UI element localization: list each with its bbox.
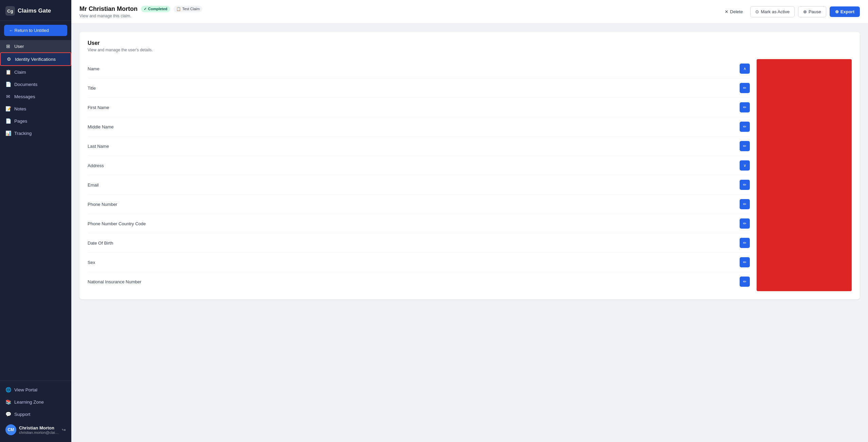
nav-label-tracking: Tracking [14, 131, 32, 136]
sidebar-item-tracking[interactable]: 📊 Tracking [0, 127, 71, 139]
nav-label-claim: Claim [14, 70, 26, 75]
claim-title: Mr Christian Morton ✓ Completed 📋 Test C… [79, 5, 202, 13]
delete-button[interactable]: ✕ Delete [721, 6, 747, 17]
export-button[interactable]: ⊕ Export [830, 6, 860, 17]
user-profile[interactable]: CM Christian Morton christian.morton@cla… [0, 420, 71, 439]
topbar-left: Mr Christian Morton ✓ Completed 📋 Test C… [79, 5, 202, 18]
sidebar-item-claim[interactable]: 📋 Claim [0, 66, 71, 78]
field-row-sex: Sex ✏ [88, 253, 750, 272]
nav-icon-notes: 📝 [5, 106, 11, 111]
card-title: User [88, 40, 852, 46]
field-row-phone-country-code: Phone Number Country Code ✏ [88, 214, 750, 233]
field-label-title: Title [88, 86, 162, 91]
user-section: Name ∧ Title ✏ First Name ✏ Middle Name … [88, 59, 852, 291]
check-icon: ✓ [144, 7, 147, 11]
field-action-national-insurance: ✏ [740, 277, 750, 287]
edit-btn-date-of-birth[interactable]: ✏ [740, 238, 750, 248]
card-subtitle: View and manage the user's details. [88, 48, 852, 52]
field-row-date-of-birth: Date Of Birth ✏ [88, 233, 750, 253]
field-action-phone-number: ✏ [740, 199, 750, 209]
nav-label-user: User [14, 44, 24, 49]
redacted-image [757, 59, 852, 291]
field-label-middle-name: Middle Name [88, 124, 162, 129]
nav-icon-learning-zone: 📚 [5, 399, 11, 405]
logo-icon: Cg [5, 6, 15, 16]
field-action-name: ∧ [740, 64, 750, 74]
field-row-last-name: Last Name ✏ [88, 137, 750, 156]
nav-label-view-portal: View Portal [14, 387, 37, 392]
edit-btn-last-name[interactable]: ✏ [740, 141, 750, 151]
edit-btn-national-insurance[interactable]: ✏ [740, 277, 750, 287]
file-icon: 📋 [176, 7, 181, 11]
mark-active-button[interactable]: ⊙ Mark as Active [750, 6, 795, 17]
logout-icon[interactable]: ↪ [62, 427, 66, 432]
nav-label-notes: Notes [14, 106, 26, 111]
expand-btn-address[interactable]: ∨ [740, 160, 750, 171]
status-badge-test: 📋 Test Claim [174, 6, 202, 12]
logo: Cg Claims Gate [0, 0, 71, 21]
topbar: Mr Christian Morton ✓ Completed 📋 Test C… [71, 0, 868, 24]
field-row-address: Address ∨ [88, 156, 750, 175]
nav-label-support: Support [14, 412, 30, 417]
sidebar-item-notes[interactable]: 📝 Notes [0, 103, 71, 115]
user-card: User View and manage the user's details.… [79, 32, 860, 299]
nav-icon-support: 💬 [5, 411, 11, 417]
user-display-email: christian.morton@claims. [19, 430, 59, 435]
field-row-name: Name ∧ [88, 59, 750, 78]
sidebar-item-identity-verifications[interactable]: ⚙ Identity Verifications [0, 52, 71, 66]
circle-icon: ⊙ [755, 9, 759, 14]
export-icon: ⊕ [835, 9, 839, 14]
field-label-national-insurance: National Insurance Number [88, 279, 162, 284]
sidebar-item-support[interactable]: 💬 Support [0, 408, 71, 420]
sidebar-item-user[interactable]: ⊞ User [0, 40, 71, 52]
pause-icon: ⊕ [803, 9, 807, 14]
field-label-address: Address [88, 163, 162, 168]
claim-name: Mr Christian Morton [79, 5, 138, 13]
field-label-first-name: First Name [88, 105, 162, 110]
sidebar-item-documents[interactable]: 📄 Documents [0, 78, 71, 90]
edit-btn-phone-number[interactable]: ✏ [740, 199, 750, 209]
nav-label-identity-verifications: Identity Verifications [15, 57, 56, 62]
main-content: Mr Christian Morton ✓ Completed 📋 Test C… [71, 0, 868, 442]
fields-column: Name ∧ Title ✏ First Name ✏ Middle Name … [88, 59, 750, 291]
field-label-phone-country-code: Phone Number Country Code [88, 221, 162, 226]
nav-label-learning-zone: Learning Zone [14, 400, 44, 405]
return-button[interactable]: ← Return to Untitled [4, 25, 67, 36]
nav-icon-messages: ✉ [5, 94, 11, 99]
topbar-actions: ✕ Delete ⊙ Mark as Active ⊕ Pause ⊕ Expo… [721, 6, 860, 17]
nav-icon-identity-verifications: ⚙ [6, 56, 12, 62]
pause-button[interactable]: ⊕ Pause [798, 6, 826, 17]
edit-btn-sex[interactable]: ✏ [740, 257, 750, 267]
nav-label-documents: Documents [14, 82, 37, 87]
user-info: Christian Morton christian.morton@claims… [19, 425, 59, 435]
edit-btn-email[interactable]: ✏ [740, 180, 750, 190]
field-action-date-of-birth: ✏ [740, 238, 750, 248]
field-action-first-name: ✏ [740, 102, 750, 112]
field-label-date-of-birth: Date Of Birth [88, 241, 162, 246]
edit-btn-first-name[interactable]: ✏ [740, 102, 750, 112]
field-label-phone-number: Phone Number [88, 202, 162, 207]
nav-label-pages: Pages [14, 119, 27, 124]
field-action-middle-name: ✏ [740, 122, 750, 132]
avatar: CM [5, 424, 16, 435]
edit-btn-title[interactable]: ✏ [740, 83, 750, 93]
nav-label-messages: Messages [14, 94, 35, 99]
content-area: User View and manage the user's details.… [71, 24, 868, 442]
edit-btn-middle-name[interactable]: ✏ [740, 122, 750, 132]
field-row-middle-name: Middle Name ✏ [88, 117, 750, 137]
field-action-email: ✏ [740, 180, 750, 190]
field-row-phone-number: Phone Number ✏ [88, 195, 750, 214]
field-label-name: Name [88, 66, 162, 71]
sidebar-item-pages[interactable]: 📄 Pages [0, 115, 71, 127]
sidebar-item-view-portal[interactable]: 🌐 View Portal [0, 384, 71, 396]
field-action-sex: ✏ [740, 257, 750, 267]
nav-icon-claim: 📋 [5, 69, 11, 75]
sidebar-item-messages[interactable]: ✉ Messages [0, 90, 71, 103]
edit-btn-phone-country-code[interactable]: ✏ [740, 218, 750, 229]
nav-icon-tracking: 📊 [5, 130, 11, 136]
x-icon: ✕ [725, 9, 728, 14]
nav-icon-pages: 📄 [5, 118, 11, 124]
collapse-btn-name[interactable]: ∧ [740, 64, 750, 74]
sidebar-item-learning-zone[interactable]: 📚 Learning Zone [0, 396, 71, 408]
field-row-national-insurance: National Insurance Number ✏ [88, 272, 750, 291]
